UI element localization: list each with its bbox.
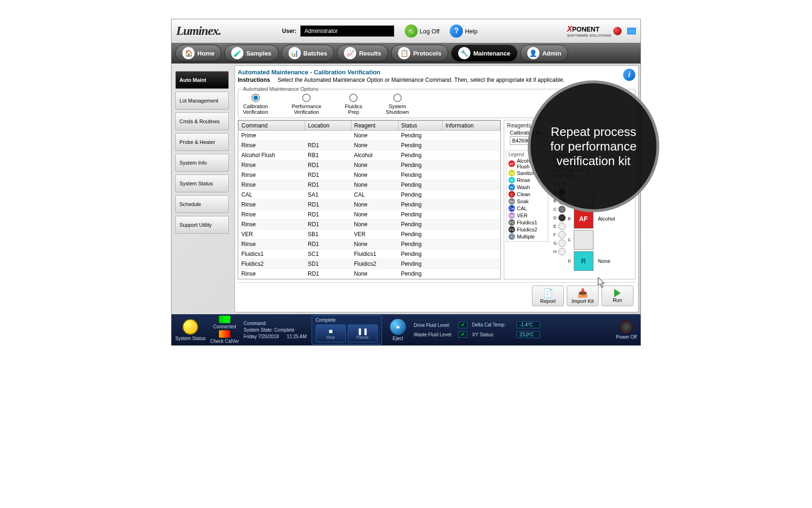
legend-item: CClean (508, 191, 546, 198)
user-field[interactable] (300, 25, 394, 37)
instructions-label: Instructions (238, 77, 270, 83)
tab-icon: 🔧 (458, 47, 470, 59)
table-row[interactable]: Fluidics2SD1Fluidics2Pending (239, 259, 500, 269)
info-icon[interactable]: i (623, 69, 635, 81)
sidebar-item-auto-maint[interactable]: Auto Maint (175, 71, 229, 89)
brand-dot-icon (613, 27, 622, 35)
help-label: Help (465, 28, 477, 35)
table-row[interactable]: PrimeNonePending (239, 131, 500, 141)
legend-item: F2Fluidics2 (508, 226, 546, 233)
col-command[interactable]: Command (239, 121, 305, 131)
check-calver-label: Check CalVer (210, 339, 239, 344)
logo: Luminex. (176, 24, 221, 38)
sidebar: Auto MaintLot ManagementCmds & RoutinesP… (172, 64, 233, 314)
well[interactable] (558, 231, 566, 238)
legend-dot-icon: Sa (508, 170, 515, 176)
table-row[interactable]: RinseRD1NonePending (239, 141, 500, 151)
legend-dot-icon: F1 (508, 219, 515, 226)
sidebar-item-probe-heater[interactable]: Probe & Heater (175, 133, 229, 151)
table-row[interactable]: RinseRD1NonePending (239, 180, 500, 190)
legend-item: *Multiple (508, 233, 546, 240)
tab-icon: 🧪 (231, 47, 243, 59)
table-row[interactable]: RinseRD1NonePending (239, 160, 500, 170)
tab-icon: 👤 (527, 47, 539, 59)
table-row[interactable]: RinseRD1NonePending (239, 170, 500, 180)
delta-temp-value: -1.4°C (516, 321, 540, 328)
table-row[interactable]: Fluidics1SC1Fluidics1Pending (239, 249, 500, 259)
command-table[interactable]: CommandLocationReagentStatusInformation … (238, 120, 501, 279)
power-off-button[interactable] (620, 320, 633, 333)
option-system-shutdown[interactable]: SystemShutdown (386, 94, 409, 115)
user-label: User: (282, 28, 297, 34)
reservoir-c[interactable] (574, 230, 593, 250)
well[interactable] (558, 222, 566, 230)
sys-state-label: System State: (244, 327, 273, 333)
well[interactable] (558, 239, 566, 247)
sidebar-item-system-info[interactable]: System Info (175, 154, 229, 172)
warning-light-icon[interactable] (182, 319, 198, 335)
tab-home[interactable]: 🏠Home (175, 45, 221, 62)
tab-icon: 📋 (398, 47, 410, 59)
brand: XPONENT SOFTWARE SOLUTIONS (567, 25, 636, 38)
col-location[interactable]: Location (305, 121, 351, 131)
radio-icon (302, 94, 311, 102)
legend-item: F1Fluidics1 (508, 219, 546, 226)
sidebar-item-lot-management[interactable]: Lot Management (175, 92, 229, 110)
col-status[interactable]: Status (398, 121, 442, 131)
reservoir-d-r[interactable]: R (574, 251, 593, 271)
run-button[interactable]: Run (601, 286, 633, 306)
tab-icon: 🏠 (182, 47, 195, 59)
import-kit-button[interactable]: 📥 Import Kit (567, 286, 599, 306)
eject-button[interactable]: ⏏ Eject (387, 319, 409, 341)
tab-protocols[interactable]: 📋Protocols (391, 45, 448, 62)
tab-results[interactable]: 📈Results (337, 45, 388, 62)
report-button[interactable]: 📄 Report (532, 286, 564, 306)
well[interactable] (558, 248, 566, 255)
xy-status-value: 23.0°C (516, 331, 540, 338)
table-row[interactable]: RinseRD1NonePending (239, 210, 500, 220)
connected-label: Connected (213, 324, 236, 329)
logoff-label: Log Off (420, 28, 439, 35)
legend-dot-icon: Cal (508, 205, 515, 212)
tab-icon: 📊 (289, 47, 301, 59)
option-performance-verification[interactable]: PerformanceVerification (292, 94, 321, 115)
well[interactable] (558, 214, 566, 222)
sidebar-item-system-status[interactable]: System Status (175, 175, 229, 192)
tab-maintenance[interactable]: 🔧Maintenance (451, 45, 517, 62)
sidebar-item-cmds-routines[interactable]: Cmds & Routines (175, 112, 229, 130)
legend-dot-icon: R (508, 177, 515, 183)
cursor-icon (598, 277, 606, 288)
table-row[interactable]: RinseRD1NonePending (239, 239, 500, 249)
table-row[interactable]: CALSA1CALPending (239, 190, 500, 200)
col-information[interactable]: Information (443, 121, 500, 131)
pause-icon: ❚❚ (357, 327, 368, 335)
tab-admin[interactable]: 👤Admin (520, 45, 568, 62)
pause-button[interactable]: ❚❚Pause (348, 325, 378, 342)
table-row[interactable]: RinseRD1NonePending (239, 200, 500, 210)
window-icon[interactable] (627, 28, 636, 34)
tab-batches[interactable]: 📊Batches (281, 45, 335, 62)
system-status-label: System Status (175, 336, 205, 341)
table-row[interactable]: RinseRD1NonePending (239, 269, 500, 279)
table-row[interactable]: Alcohol FlushRB1AlcoholPending (239, 151, 500, 160)
stop-button[interactable]: ■Stop (316, 325, 346, 342)
option-calibration-verification[interactable]: CalibrationVerification (243, 94, 268, 115)
logoff-button[interactable]: ⎋ Log Off (405, 24, 439, 38)
delta-temp-label: Delta Cal Temp: (472, 322, 515, 327)
command-label: Command: (244, 321, 267, 326)
tab-samples[interactable]: 🧪Samples (224, 45, 278, 62)
connected-icon (219, 316, 230, 323)
option-fluidics-prep[interactable]: FluidicsPrep (345, 94, 362, 115)
check-calver-icon[interactable] (219, 330, 230, 338)
sidebar-item-support-utility[interactable]: Support Utility (175, 216, 229, 234)
well[interactable] (558, 206, 566, 213)
help-button[interactable]: ? Help (450, 24, 477, 38)
panel-title: Automated Maintenance - Calibration Veri… (238, 69, 635, 76)
table-row[interactable]: RinseRD1NonePending (239, 220, 500, 230)
col-reagent[interactable]: Reagent (351, 121, 398, 131)
table-row[interactable]: VERSB1VERPending (239, 230, 500, 239)
sidebar-item-schedule[interactable]: Schedule (175, 195, 229, 213)
legend-item: SoSoak (508, 198, 546, 205)
legend-dot-icon: W (508, 184, 515, 190)
legend-dot-icon: So (508, 198, 515, 205)
